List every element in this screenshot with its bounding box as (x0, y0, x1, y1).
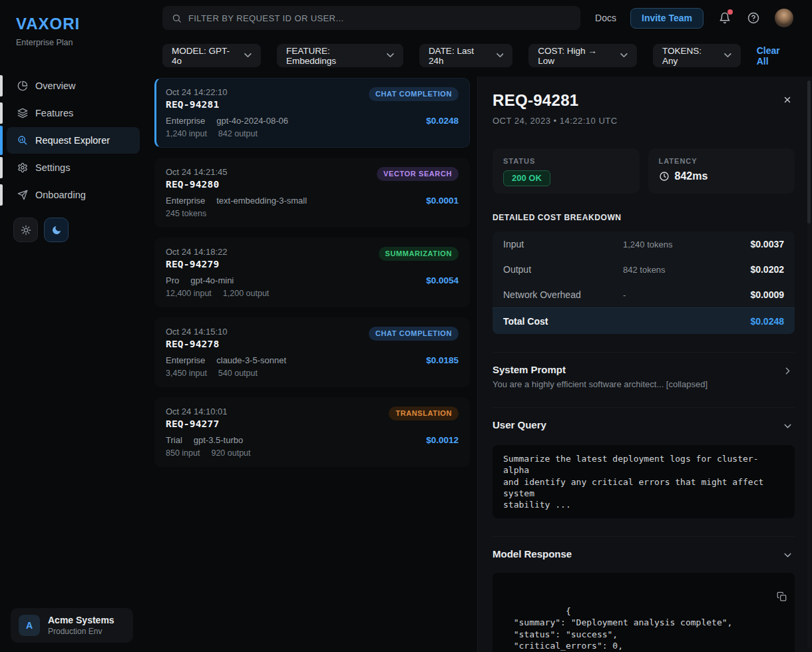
request-tokens-output: 920 output (211, 448, 250, 458)
clear-all-button[interactable]: Clear All (757, 45, 793, 67)
feature-badge: VECTOR SEARCH (377, 167, 459, 181)
table-row-total: Total Cost $0.0248 (493, 307, 795, 334)
request-cost: $0.0001 (426, 196, 459, 206)
sidebar-item-onboarding[interactable]: Onboarding (7, 182, 140, 208)
request-tokens-output: 540 output (218, 369, 258, 378)
collapse-user-query-button[interactable] (781, 419, 795, 435)
request-tokens-input: 1,240 input (166, 129, 207, 138)
request-id: REQ-94280 (166, 179, 228, 190)
user-avatar[interactable] (775, 9, 793, 27)
search-input[interactable] (188, 13, 571, 23)
sidebar-item-label: Onboarding (35, 190, 86, 200)
request-tokens-input: 12,400 input (166, 289, 212, 298)
filter-cost-label: COST: High → Low (538, 46, 614, 66)
table-row: Output 842 tokens $0.0202 (493, 257, 795, 282)
total-label: Total Cost (503, 316, 623, 327)
user-query-section: User Query Summarize the latest deployme… (493, 407, 795, 518)
filter-feature[interactable]: FEATURE: Embeddings (277, 44, 403, 67)
latency-card: LATENCY 842ms (648, 148, 795, 194)
close-icon (783, 95, 792, 104)
docs-link[interactable]: Docs (595, 13, 616, 23)
copy-button[interactable] (704, 579, 787, 615)
plan-label: Enterprise Plan (16, 38, 146, 47)
sidebar-item-label: Features (35, 108, 73, 118)
cost-breakdown-table: Input 1,240 tokens $0.0037 Output 842 to… (493, 232, 795, 334)
request-cost: $0.0248 (426, 116, 459, 126)
feature-badge: SUMMARIZATION (379, 247, 459, 261)
nav-indicator (0, 157, 3, 178)
user-query-text: Summarize the latest deployment logs for… (493, 445, 795, 518)
invite-team-button[interactable]: Invite Team (630, 8, 704, 29)
row-cost: $0.0009 (723, 289, 784, 300)
total-cost: $0.0248 (723, 316, 784, 327)
request-plan: Pro (166, 275, 179, 285)
table-row: Network Overhead - $0.0009 (493, 282, 795, 307)
filter-feature-label: FEATURE: Embeddings (286, 46, 381, 66)
sidebar-item-overview[interactable]: Overview (7, 73, 140, 99)
help-button[interactable] (746, 11, 761, 25)
main-area: Docs Invite Team MODEL: GPT-4o FEATURE: … (146, 0, 812, 652)
request-model: gpt-4o-mini (190, 275, 234, 285)
row-tokens: - (623, 290, 723, 300)
model-response-section: Model Response { "summary": "Deployment … (493, 536, 795, 652)
org-switcher[interactable]: A Acme Systems Production Env (11, 608, 133, 643)
request-time: Oct 24 14:15:10 (166, 327, 228, 337)
scrollbar-thumb[interactable] (807, 81, 811, 224)
search-box (162, 6, 580, 30)
sidebar: VAXORI Enterprise Plan Overview Features (0, 0, 146, 652)
light-theme-button[interactable] (13, 218, 38, 242)
row-label: Output (503, 264, 623, 275)
sidebar-item-features[interactable]: Features (7, 100, 140, 126)
filter-cost[interactable]: COST: High → Low (528, 44, 637, 67)
collapse-model-response-button[interactable] (781, 548, 795, 564)
close-button[interactable] (780, 92, 795, 109)
request-tokens-output: 842 output (218, 129, 258, 138)
request-list: Oct 24 14:22:10 REQ-94281 CHAT COMPLETIO… (154, 77, 470, 652)
request-id: REQ-94277 (166, 418, 228, 429)
sun-icon (21, 225, 31, 236)
request-card[interactable]: Oct 24 14:15:10 REQ-94278 CHAT COMPLETIO… (154, 317, 470, 387)
filter-model-label: MODEL: GPT-4o (172, 46, 238, 66)
row-label: Input (503, 239, 623, 249)
org-avatar: A (19, 615, 40, 636)
brand: VAXORI Enterprise Plan (0, 0, 146, 47)
sidebar-nav: Overview Features Request Explorer (0, 73, 146, 208)
nav-indicator (0, 75, 3, 96)
sidebar-item-label: Overview (35, 81, 75, 91)
sidebar-item-label: Settings (35, 162, 70, 173)
expand-system-prompt-button[interactable] (781, 364, 795, 380)
chevron-down-icon (387, 53, 394, 58)
row-label: Network Overhead (503, 289, 623, 300)
chevron-down-icon (782, 420, 793, 432)
filter-model[interactable]: MODEL: GPT-4o (162, 44, 261, 67)
request-model: gpt-4o-2024-08-06 (216, 116, 288, 126)
sidebar-item-settings[interactable]: Settings (7, 154, 140, 181)
request-card[interactable]: Oct 24 14:21:45 REQ-94280 VECTOR SEARCH … (154, 158, 470, 228)
rocket-send-icon (17, 190, 28, 201)
chevron-down-icon (244, 53, 252, 58)
notification-dot (727, 9, 733, 15)
nav-indicator (0, 184, 3, 206)
search-chart-icon (17, 135, 28, 146)
sidebar-item-request-explorer[interactable]: Request Explorer (7, 127, 140, 154)
request-card-selected[interactable]: Oct 24 14:22:10 REQ-94281 CHAT COMPLETIO… (154, 78, 470, 148)
system-prompt-preview: You are a highly efficient software arch… (493, 379, 708, 389)
request-cost: $0.0185 (426, 355, 459, 365)
chevron-down-icon (620, 53, 628, 58)
request-card[interactable]: Oct 24 14:10:01 REQ-94277 TRANSLATION Tr… (154, 397, 470, 467)
nav-indicator (0, 102, 3, 124)
topbar-actions: Docs Invite Team (595, 8, 793, 29)
detail-scrollbar[interactable] (807, 81, 811, 648)
filter-date[interactable]: DATE: Last 24h (419, 44, 512, 67)
logo: VAXORI (16, 15, 146, 33)
request-card[interactable]: Oct 24 14:18:22 REQ-94279 SUMMARIZATION … (154, 238, 470, 307)
notifications-button[interactable] (717, 11, 732, 25)
request-plan: Enterprise (166, 196, 205, 206)
app-root: VAXORI Enterprise Plan Overview Features (0, 0, 812, 652)
clock-icon (659, 171, 670, 182)
filter-tokens[interactable]: TOKENS: Any (653, 44, 741, 67)
detail-panel: REQ-94281 OCT 24, 2023 • 14:22:10 UTC ST… (477, 77, 812, 652)
status-badge: 200 OK (503, 170, 550, 186)
chevron-right-icon (782, 365, 793, 377)
dark-theme-button[interactable] (44, 218, 69, 242)
